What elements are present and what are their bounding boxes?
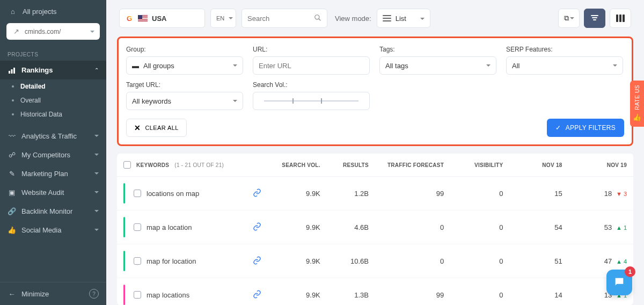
home-icon: ⌂ — [9, 8, 17, 16]
row-checkbox[interactable] — [134, 223, 141, 231]
cell-search-vol: 9.9K — [268, 278, 327, 306]
th-nov19[interactable]: NOV 19 — [569, 154, 633, 177]
row-checkbox[interactable] — [134, 291, 141, 299]
search-vol-slider[interactable] — [253, 92, 370, 110]
cell-results: 1.2B — [327, 177, 375, 210]
svg-point-3 — [315, 14, 319, 19]
nav-competitors[interactable]: ☍My Competitors — [0, 146, 106, 164]
select-all-checkbox[interactable] — [123, 161, 131, 169]
check-icon: ✓ — [555, 124, 561, 132]
link-icon[interactable] — [253, 290, 261, 300]
tags-select[interactable]: All tags — [379, 56, 496, 75]
filter-panel: Group: ▬ All groups URL: Tags: All tags — [117, 37, 633, 146]
audit-icon: ▣ — [8, 188, 16, 197]
th-nov18[interactable]: NOV 18 — [509, 154, 568, 177]
cell-results: 4.6B — [327, 210, 375, 244]
view-mode-selector[interactable]: List — [377, 9, 430, 28]
subnav-overall[interactable]: Overall — [0, 93, 106, 107]
projects-section-label: PROJECTS — [0, 44, 106, 61]
nav-audit[interactable]: ▣Website Audit — [0, 183, 106, 202]
cell-results: 1.3B — [327, 278, 375, 306]
row-color-bar — [123, 285, 125, 305]
link-icon[interactable] — [253, 256, 261, 266]
competitors-icon: ☍ — [8, 151, 16, 159]
google-icon: G — [125, 14, 134, 23]
row-checkbox[interactable] — [134, 257, 141, 265]
cell-traffic: 99 — [375, 278, 450, 306]
nav-rankings[interactable]: Rankings ⌃ — [0, 61, 106, 79]
flag-icon — [138, 15, 148, 21]
delta-down-icon: ▼ 3 — [616, 191, 627, 197]
chevron-down-icon — [94, 208, 99, 214]
table-row[interactable]: locations on map 9.9K 1.2B 99 0 15 18 ▼ … — [117, 177, 633, 210]
rate-us-tab[interactable]: RATE US 👍 — [630, 81, 644, 127]
row-color-bar — [123, 217, 125, 237]
cell-traffic: 0 — [375, 210, 450, 244]
nav-marketing[interactable]: ✎Marketing Plan — [0, 164, 106, 183]
clear-all-button[interactable]: ✕ CLEAR ALL — [126, 119, 187, 137]
cell-search-vol: 9.9K — [268, 244, 327, 278]
table-row[interactable]: map locations 9.9K 1.3B 99 0 14 13 ▲ 1 — [117, 278, 633, 306]
project-selector[interactable]: ↗ cminds.com/ — [6, 23, 100, 40]
table-row[interactable]: map a location 9.9K 4.6B 0 0 54 53 ▲ 1 — [117, 210, 633, 244]
keyword-text: map locations — [147, 291, 189, 299]
chevron-down-icon — [94, 190, 99, 195]
cell-traffic: 0 — [375, 244, 450, 278]
nav-analytics[interactable]: 〰Analytics & Traffic — [0, 127, 106, 146]
link-icon[interactable] — [253, 188, 261, 199]
view-mode-label: View mode: — [335, 14, 371, 23]
serp-select[interactable]: All — [506, 56, 623, 75]
th-keywords-count: (1 - 21 OUT OF 21) — [174, 162, 224, 168]
delta-up-icon: ▲ 4 — [616, 258, 627, 265]
subnav-detailed[interactable]: Detailed — [0, 79, 106, 93]
target-url-select[interactable]: All keywords — [126, 92, 243, 110]
filter-toggle-button[interactable] — [584, 9, 605, 28]
apply-filters-button[interactable]: ✓ APPLY FILTERS — [547, 119, 624, 137]
url-input[interactable] — [259, 62, 364, 70]
th-results[interactable]: RESULTS — [327, 154, 375, 177]
link-icon[interactable] — [253, 222, 261, 233]
minimize-button[interactable]: ← Minimize ? — [0, 282, 106, 305]
chevron-down-icon — [420, 14, 425, 23]
svg-line-4 — [319, 18, 321, 20]
cell-visibility: 0 — [450, 210, 509, 244]
target-url-label: Target URL: — [126, 81, 243, 89]
chevron-down-icon — [90, 27, 94, 35]
columns-button[interactable] — [610, 9, 631, 28]
copy-button[interactable]: ⧉ — [558, 9, 580, 28]
row-checkbox[interactable] — [134, 190, 141, 197]
folder-icon: ▬ — [132, 62, 139, 70]
search-input[interactable] — [247, 14, 310, 23]
chevron-down-icon — [94, 152, 99, 158]
close-icon: ✕ — [134, 124, 141, 132]
all-projects-link[interactable]: ⌂ All projects — [6, 6, 100, 21]
lang-selector[interactable]: EN — [210, 9, 236, 28]
chevron-down-icon — [233, 98, 237, 104]
cell-nov18: 15 — [509, 177, 568, 210]
chevron-down-icon — [94, 171, 99, 177]
cell-nov18: 54 — [509, 210, 568, 244]
filter-icon — [590, 14, 599, 23]
subnav-historical[interactable]: Historical Data — [0, 107, 106, 121]
url-input-wrap[interactable] — [253, 56, 370, 75]
delta-up-icon: ▲ 1 — [616, 224, 627, 231]
svg-rect-1 — [11, 69, 13, 74]
social-icon: 👍 — [8, 226, 16, 234]
nav-backlink[interactable]: 🔗Backlink Monitor — [0, 202, 106, 221]
table-row[interactable]: map for location 9.9K 10.6B 0 0 51 47 ▲ … — [117, 244, 633, 278]
chat-button[interactable]: 1 — [606, 270, 632, 295]
svg-rect-0 — [9, 71, 10, 74]
th-search-vol[interactable]: SEARCH VOL. — [268, 154, 327, 177]
group-select[interactable]: ▬ All groups — [126, 56, 243, 75]
country-selector[interactable]: G USA — [119, 9, 205, 28]
toolbar-search[interactable] — [241, 9, 327, 28]
chevron-down-icon — [233, 63, 237, 69]
all-projects-label: All projects — [23, 8, 57, 16]
th-traffic[interactable]: TRAFFIC FORECAST — [375, 154, 450, 177]
help-icon[interactable]: ? — [89, 289, 99, 299]
nav-rankings-label: Rankings — [21, 66, 53, 74]
nav-social[interactable]: 👍Social Media — [0, 221, 106, 239]
th-keywords[interactable]: KEYWORDS — [136, 162, 169, 168]
cell-nov18: 14 — [509, 278, 568, 306]
th-visibility[interactable]: VISIBILITY — [450, 154, 509, 177]
